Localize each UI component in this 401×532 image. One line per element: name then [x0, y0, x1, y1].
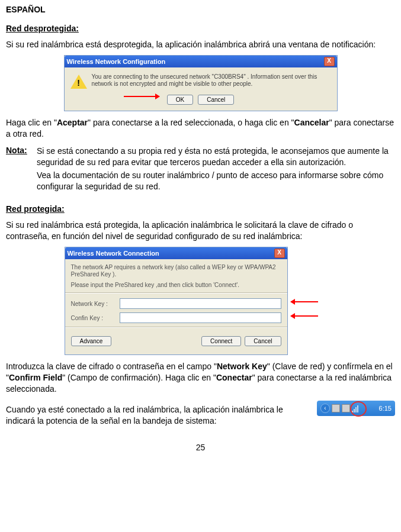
section1-intro: Si su red inalámbrica está desprotegida,… — [6, 39, 395, 50]
dialog2-line1: The network AP requires a network key (a… — [71, 264, 281, 278]
cancel-button[interactable]: Cancel — [198, 95, 234, 105]
network-key-input[interactable] — [120, 298, 281, 309]
tray-app-icon[interactable] — [332, 404, 340, 412]
close-icon[interactable]: X — [274, 249, 285, 258]
note-paragraph-1: Si se está conectando a su propia red y … — [37, 146, 395, 168]
section2-instruction-2: Cuando ya esté conectado a la red inalám… — [6, 404, 312, 427]
cancel-button[interactable]: Cancel — [245, 336, 281, 346]
annotation-arrow-icon — [291, 315, 318, 317]
dialog1-titlebar: Wireless Network Configuration X — [65, 56, 337, 67]
annotation-arrow-icon — [124, 96, 159, 97]
note-paragraph-2: Vea la documentación de su router inalám… — [37, 170, 395, 192]
annotation-arrow-icon — [291, 301, 318, 302]
language-header: ESPAÑOL — [6, 5, 395, 14]
divider — [65, 327, 287, 328]
note-label: Nota: — [6, 146, 37, 195]
dialog-wireless-config: Wireless Network Configuration X You are… — [64, 55, 338, 111]
confirm-key-label: Confin Key : — [71, 315, 120, 321]
dialog2-titlebar: Wireless Network Connection X — [65, 247, 287, 259]
dialog1-title: Wireless Network Configuration — [67, 58, 166, 65]
chevron-left-icon[interactable]: ‹ — [320, 404, 330, 413]
section2-instruction-1: Introduzca la clave de cifrado o contras… — [6, 361, 395, 395]
divider — [65, 292, 287, 294]
ok-button[interactable]: OK — [167, 95, 193, 105]
dialog2-line2: Please input the PreShared key ,and then… — [71, 282, 281, 289]
connect-button[interactable]: Connect — [201, 336, 241, 346]
tray-clock: 6:15 — [379, 405, 392, 412]
section2-intro: Si su red inalámbrica está protegida, la… — [6, 220, 395, 242]
dialog-wireless-connection: Wireless Network Connection X The networ… — [65, 247, 288, 355]
close-icon[interactable]: X — [324, 57, 335, 66]
annotation-circle-icon — [350, 401, 367, 417]
section-title-protected: Red protegida: — [6, 204, 395, 214]
tray-app-icon[interactable] — [342, 404, 350, 412]
advance-button[interactable]: Advance — [71, 336, 112, 346]
network-key-label: Network Key : — [71, 301, 120, 307]
dialog2-title: Wireless Network Connection — [68, 250, 159, 257]
confirm-key-input[interactable] — [120, 312, 281, 323]
page-number: 25 — [6, 443, 395, 452]
dialog1-message: You are connecting to the unsecured netw… — [92, 73, 332, 89]
warning-icon — [70, 75, 87, 89]
section1-instruction: Haga clic en "Aceptar" para conectarse a… — [6, 117, 395, 140]
section-title-unprotected: Red desprotegida: — [6, 24, 395, 33]
system-tray: ‹ 6:15 — [317, 401, 395, 416]
note-block: Nota: Si se está conectando a su propia … — [6, 146, 395, 195]
